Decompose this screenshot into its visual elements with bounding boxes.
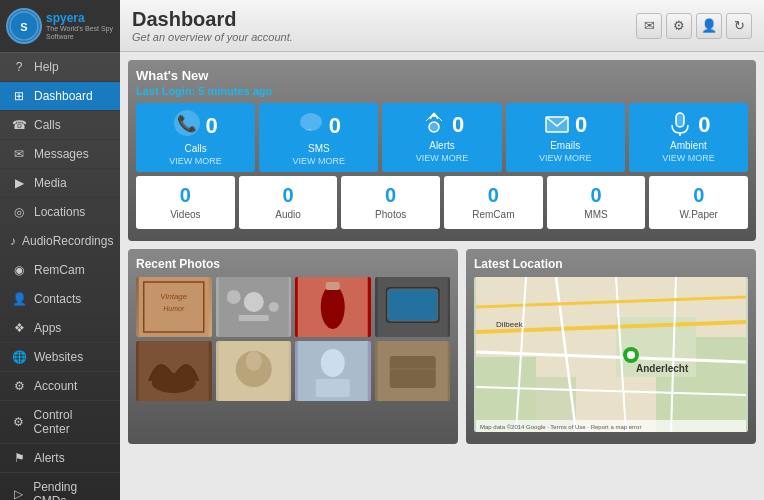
svg-point-35 bbox=[245, 351, 261, 371]
wpaper-label: W.Paper bbox=[680, 209, 718, 220]
photo-3[interactable] bbox=[295, 277, 371, 337]
stat-ambient: 0 Ambient VIEW MORE bbox=[629, 103, 748, 172]
control-center-icon: ⚙ bbox=[10, 415, 28, 429]
photos-label: Photos bbox=[375, 209, 406, 220]
sidebar-item-websites[interactable]: 🌐 Websites bbox=[0, 343, 120, 372]
calls-viewmore[interactable]: VIEW MORE bbox=[140, 156, 251, 166]
remcam-value: 0 bbox=[448, 184, 539, 207]
dashboard-icon: ⊞ bbox=[10, 89, 28, 103]
svg-point-58 bbox=[627, 351, 635, 359]
sidebar-item-apps[interactable]: ❖ Apps bbox=[0, 314, 120, 343]
logo-icon: S bbox=[6, 8, 42, 44]
page-title: Dashboard bbox=[132, 8, 293, 31]
stat-photos: 0 Photos bbox=[341, 176, 440, 229]
emails-stat-icon bbox=[543, 109, 571, 140]
alerts-viewmore[interactable]: VIEW MORE bbox=[386, 153, 497, 163]
ambient-stat-label: Ambient bbox=[633, 140, 744, 151]
gear-button[interactable]: ⚙ bbox=[666, 13, 692, 39]
logo-tagline: The World's Best Spy Software bbox=[46, 25, 114, 42]
account-icon: ⚙ bbox=[10, 379, 28, 393]
alerts-stat-icon bbox=[420, 109, 448, 140]
svg-rect-26 bbox=[326, 282, 340, 290]
sidebar-item-dashboard[interactable]: ⊞ Dashboard bbox=[0, 82, 120, 111]
svg-point-25 bbox=[321, 285, 345, 329]
photo-8[interactable] bbox=[375, 341, 451, 401]
websites-icon: 🌐 bbox=[10, 350, 28, 364]
calls-stat-value: 0 bbox=[205, 113, 217, 139]
photo-5[interactable] bbox=[136, 341, 212, 401]
svg-point-22 bbox=[226, 290, 240, 304]
svg-rect-13 bbox=[676, 113, 684, 127]
svg-text:Humor: Humor bbox=[163, 305, 185, 312]
contacts-icon: 👤 bbox=[10, 292, 28, 306]
wpaper-value: 0 bbox=[653, 184, 744, 207]
sidebar-item-media[interactable]: ▶ Media bbox=[0, 169, 120, 198]
stat-videos: 0 Videos bbox=[136, 176, 235, 229]
svg-rect-29 bbox=[387, 289, 437, 321]
alerts-icon: ⚑ bbox=[10, 451, 28, 465]
sidebar-item-alerts[interactable]: ⚑ Alerts bbox=[0, 444, 120, 473]
email-button[interactable]: ✉ bbox=[636, 13, 662, 39]
stat-sms: 0 SMS VIEW MORE bbox=[259, 103, 378, 172]
calls-stat-label: Calls bbox=[140, 143, 251, 154]
alerts-stat-label: Alerts bbox=[386, 140, 497, 151]
sidebar-item-contacts[interactable]: 👤 Contacts bbox=[0, 285, 120, 314]
pending-icon: ▷ bbox=[10, 487, 27, 500]
calls-stat-icon: 📞 bbox=[173, 109, 201, 143]
photo-7[interactable] bbox=[295, 341, 371, 401]
audio-label: Audio bbox=[275, 209, 301, 220]
svg-text:S: S bbox=[20, 21, 27, 33]
sidebar-item-pending-cmds[interactable]: ▷ Pending CMDs bbox=[0, 473, 120, 500]
sidebar-item-help[interactable]: ? Help bbox=[0, 53, 120, 82]
ambient-stat-value: 0 bbox=[698, 112, 710, 138]
sms-stat-value: 0 bbox=[329, 113, 341, 139]
dashboard-content: What's New Last Login: 5 minutes ago 📞 0… bbox=[120, 52, 764, 500]
sidebar-item-messages[interactable]: ✉ Messages bbox=[0, 140, 120, 169]
stat-remcam: 0 RemCam bbox=[444, 176, 543, 229]
whats-new-panel: What's New Last Login: 5 minutes ago 📞 0… bbox=[128, 60, 756, 241]
main-content: Dashboard Get an overview of your accoun… bbox=[120, 0, 764, 500]
photo-2[interactable] bbox=[216, 277, 292, 337]
apps-icon: ❖ bbox=[10, 321, 28, 335]
mms-value: 0 bbox=[551, 184, 642, 207]
sidebar: S spyera The World's Best Spy Software ?… bbox=[0, 0, 120, 500]
latest-location-panel: Latest Location bbox=[466, 249, 756, 444]
sidebar-item-account[interactable]: ⚙ Account bbox=[0, 372, 120, 401]
sidebar-item-calls[interactable]: ☎ Calls bbox=[0, 111, 120, 140]
messages-icon: ✉ bbox=[10, 147, 28, 161]
ambient-stat-icon bbox=[666, 109, 694, 140]
whats-new-title: What's New bbox=[136, 68, 748, 83]
sidebar-item-audiorecordings[interactable]: ♪ AudioRecordings bbox=[0, 227, 120, 256]
emails-viewmore[interactable]: VIEW MORE bbox=[510, 153, 621, 163]
ambient-viewmore[interactable]: VIEW MORE bbox=[633, 153, 744, 163]
sms-viewmore[interactable]: VIEW MORE bbox=[263, 156, 374, 166]
sidebar-item-remcam[interactable]: ◉ RemCam bbox=[0, 256, 120, 285]
photo-1[interactable]: Vintage Humor bbox=[136, 277, 212, 337]
locations-icon: ◎ bbox=[10, 205, 28, 219]
recent-photos-title: Recent Photos bbox=[136, 257, 450, 271]
svg-point-32 bbox=[152, 373, 196, 393]
svg-rect-38 bbox=[316, 379, 350, 397]
emails-stat-label: Emails bbox=[510, 140, 621, 151]
calls-icon: ☎ bbox=[10, 118, 28, 132]
svg-text:Vintage: Vintage bbox=[160, 292, 188, 301]
recent-photos-panel: Recent Photos Vintage Humor bbox=[128, 249, 458, 444]
videos-label: Videos bbox=[170, 209, 200, 220]
help-icon: ? bbox=[10, 60, 28, 74]
videos-value: 0 bbox=[140, 184, 231, 207]
stat-emails: 0 Emails VIEW MORE bbox=[506, 103, 625, 172]
stat-wpaper: 0 W.Paper bbox=[649, 176, 748, 229]
page-subtitle: Get an overview of your account. bbox=[132, 31, 293, 43]
sidebar-item-locations[interactable]: ◎ Locations bbox=[0, 198, 120, 227]
user-button[interactable]: 👤 bbox=[696, 13, 722, 39]
topbar: Dashboard Get an overview of your accoun… bbox=[120, 0, 764, 52]
photo-4[interactable] bbox=[375, 277, 451, 337]
map-container: Dilbeek Anderlecht Map data ©2014 Google… bbox=[474, 277, 748, 432]
bottom-stats-row: 0 Videos 0 Audio 0 Photos 0 RemCam 0 M bbox=[136, 176, 748, 229]
svg-text:Map data ©2014 Google · Terms : Map data ©2014 Google · Terms of Use · R… bbox=[480, 424, 641, 430]
alerts-stat-value: 0 bbox=[452, 112, 464, 138]
stat-audio: 0 Audio bbox=[239, 176, 338, 229]
sidebar-item-control-center[interactable]: ⚙ Control Center bbox=[0, 401, 120, 444]
photo-6[interactable] bbox=[216, 341, 292, 401]
refresh-button[interactable]: ↻ bbox=[726, 13, 752, 39]
